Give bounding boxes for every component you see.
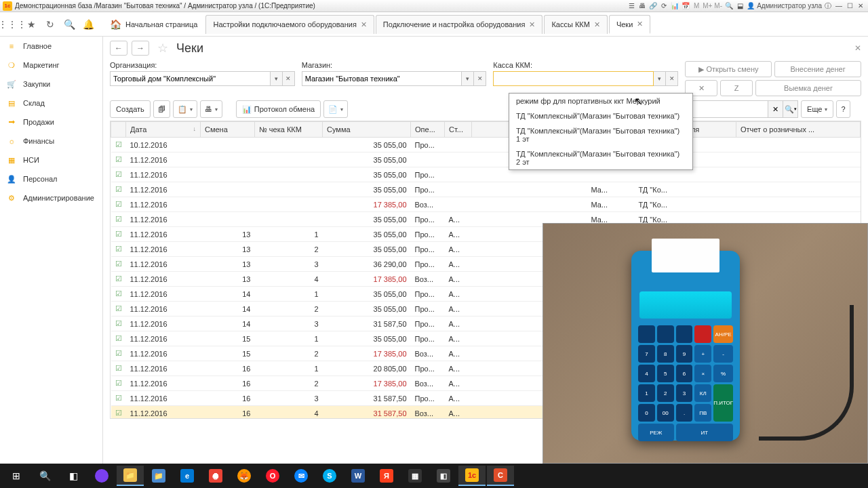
- table-row[interactable]: ☑ 11.12.2016 17 385,00Воз... Ма...ТД "Ко…: [111, 197, 861, 212]
- minimize-icon[interactable]: —: [834, 1, 844, 11]
- tb-app2[interactable]: ◧: [430, 466, 457, 486]
- sys-icon[interactable]: ⟳: [659, 1, 669, 11]
- info-icon[interactable]: ⓘ: [823, 1, 833, 11]
- sidebar-item-warehouse[interactable]: ▤Склад: [0, 94, 102, 113]
- dropdown-icon[interactable]: ▾: [462, 71, 474, 86]
- tb-firefox[interactable]: 🦊: [231, 466, 258, 486]
- col-sum[interactable]: Сумма: [323, 122, 411, 138]
- dropdown-option[interactable]: режим фр для портативных ккт Меркурий: [509, 94, 692, 108]
- sys-icon[interactable]: ⬓: [735, 1, 745, 11]
- open-shift-button[interactable]: ▶Открыть смену: [685, 61, 772, 77]
- tb-app[interactable]: ▦: [401, 466, 429, 486]
- col-op[interactable]: Опе...: [411, 122, 445, 138]
- org-input[interactable]: [110, 71, 271, 86]
- tab-home[interactable]: 🏠 Начальная страница: [103, 15, 204, 34]
- shop-input[interactable]: [302, 71, 462, 86]
- search-icon[interactable]: 🔍: [60, 15, 79, 34]
- table-row[interactable]: ☑ 11.12.2016 35 055,00 Ма...ТД "Ко...: [111, 152, 861, 167]
- sidebar-item-nsi[interactable]: ▦НСИ: [0, 150, 102, 169]
- dropdown-option[interactable]: ТД "Комплексный"(Магазин "Бытовая техник…: [509, 108, 692, 123]
- tb-explorer2[interactable]: 📁: [145, 466, 172, 486]
- sidebar-item-sales[interactable]: ⮕Продажи: [0, 113, 102, 131]
- tb-skype[interactable]: S: [316, 466, 343, 486]
- page-close-icon[interactable]: ✕: [854, 43, 861, 53]
- tab-close-icon[interactable]: ✕: [637, 20, 643, 28]
- search-clear-icon[interactable]: ✕: [768, 100, 783, 118]
- tb-edge[interactable]: e: [174, 466, 201, 486]
- forward-button[interactable]: →: [132, 41, 149, 56]
- taskview-button[interactable]: ◧: [60, 466, 87, 486]
- sidebar-item-main[interactable]: ≡Главное: [0, 37, 102, 56]
- dropdown-icon[interactable]: ▾: [654, 71, 666, 86]
- tab-equipment-connection[interactable]: Подключение и настройка оборудования ✕: [376, 15, 543, 34]
- tab-close-icon[interactable]: ✕: [361, 20, 367, 29]
- sys-icon[interactable]: 📊: [670, 1, 679, 11]
- sidebar-item-purchases[interactable]: 🛒Закупки: [0, 75, 102, 94]
- sidebar-item-admin[interactable]: ⚙Администрирование: [0, 188, 102, 207]
- sys-icon[interactable]: M: [692, 1, 701, 11]
- print-button[interactable]: 🖶▾: [200, 100, 222, 118]
- tab-close-icon[interactable]: ✕: [594, 20, 600, 29]
- sys-icon[interactable]: M-: [713, 1, 723, 11]
- more-button[interactable]: Еще▾: [801, 100, 833, 118]
- sys-icon[interactable]: ☰: [627, 1, 636, 11]
- create-button[interactable]: Создать: [110, 100, 151, 118]
- dropdown-option[interactable]: ТД "Комплексный"(Магазин "Бытовая техник…: [509, 123, 692, 146]
- tb-opera[interactable]: O: [259, 466, 286, 486]
- copy-button[interactable]: 🗐: [153, 100, 170, 118]
- sys-icon[interactable]: 📅: [681, 1, 690, 11]
- col-shift[interactable]: Смена: [201, 122, 255, 138]
- tb-yandex[interactable]: Я: [373, 466, 400, 486]
- clear-icon[interactable]: ✕: [666, 71, 678, 86]
- clear-icon[interactable]: ✕: [474, 71, 486, 86]
- tb-explorer[interactable]: 📁: [117, 466, 144, 486]
- sys-icon[interactable]: M+: [703, 1, 712, 11]
- tab-close-icon[interactable]: ✕: [529, 20, 535, 29]
- report-button[interactable]: 📄▾: [323, 100, 348, 118]
- start-button[interactable]: ⊞: [3, 466, 30, 486]
- star-icon[interactable]: ★: [22, 15, 41, 34]
- sidebar-item-finance[interactable]: ☼Финансы: [0, 131, 102, 150]
- sys-icon[interactable]: 🔗: [648, 1, 658, 11]
- col-num[interactable]: № чека ККМ: [255, 122, 323, 138]
- cortana-button[interactable]: [88, 466, 115, 486]
- table-row[interactable]: ☑ 10.12.2016 35 055,00Про...: [111, 138, 861, 152]
- col-date[interactable]: Дата↓: [126, 122, 201, 138]
- table-row[interactable]: ☑ 11.12.2016 35 055,00Про...: [111, 167, 861, 182]
- table-row[interactable]: ☑ 11.12.2016 35 055,00Про... Ма...ТД "Ко…: [111, 182, 861, 197]
- close-icon[interactable]: ✕: [856, 1, 865, 11]
- user-icon[interactable]: 👤: [746, 1, 755, 11]
- history-icon[interactable]: ↻: [41, 15, 60, 34]
- back-button[interactable]: ←: [110, 41, 127, 56]
- dropdown-option[interactable]: ТД "Комплексный"(Магазин "Бытовая техник…: [509, 146, 692, 169]
- sys-icon[interactable]: 🖶: [637, 1, 647, 11]
- search-go-icon[interactable]: 🔍▾: [783, 100, 798, 118]
- favorite-icon[interactable]: ☆: [157, 41, 168, 56]
- tb-word[interactable]: W: [344, 466, 372, 486]
- help-button[interactable]: ?: [836, 100, 850, 118]
- sidebar-item-personnel[interactable]: 👤Персонал: [0, 169, 102, 188]
- apps-icon[interactable]: ⋮⋮⋮: [3, 15, 22, 34]
- tb-chrome[interactable]: ◉: [202, 466, 229, 486]
- dropdown-icon[interactable]: ▾: [271, 71, 283, 86]
- protocol-button[interactable]: 📊Протокол обмена: [236, 100, 321, 118]
- tb-thunderbird[interactable]: ✉: [288, 466, 315, 486]
- z-report-button[interactable]: Z: [720, 80, 753, 96]
- tb-1c[interactable]: 1c: [458, 466, 486, 486]
- tab-checks[interactable]: Чеки ✕: [609, 15, 650, 34]
- deposit-button[interactable]: Внесение денег: [774, 61, 861, 77]
- tab-kkm[interactable]: Кассы ККМ ✕: [544, 15, 607, 34]
- col-report[interactable]: Отчет о розничных ...: [736, 122, 861, 138]
- tb-camtasia[interactable]: C: [487, 466, 514, 486]
- bell-icon[interactable]: 🔔: [79, 15, 98, 34]
- withdraw-button[interactable]: Выемка денег: [755, 80, 861, 96]
- maximize-icon[interactable]: ☐: [845, 1, 854, 11]
- list-button[interactable]: 📋▾: [173, 100, 197, 118]
- sidebar-item-marketing[interactable]: ❍Маркетинг: [0, 56, 102, 75]
- search-button[interactable]: 🔍: [31, 466, 58, 486]
- clear-icon[interactable]: ✕: [283, 71, 295, 86]
- tab-equipment-settings[interactable]: Настройки подключаемого оборудования ✕: [205, 15, 374, 34]
- kkm-input[interactable]: [493, 71, 654, 86]
- col-st[interactable]: Ст...: [445, 122, 472, 138]
- sys-icon[interactable]: 🔍: [724, 1, 734, 11]
